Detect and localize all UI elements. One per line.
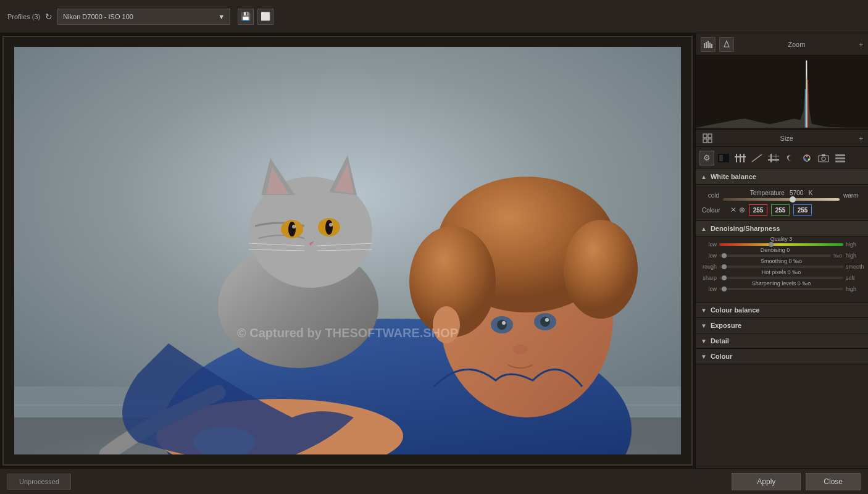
colour-section[interactable]: ▼ Colour	[696, 349, 868, 364]
refresh-icon[interactable]: ↻	[45, 12, 52, 22]
smoothing-slider-thumb[interactable]	[722, 264, 727, 269]
cb-title: Colour balance	[711, 306, 759, 314]
blue-channel-value[interactable]: 255	[793, 204, 812, 216]
size-plus-btn[interactable]: +	[859, 135, 863, 142]
photo-container: © Captured by THESOFTWARE.SHOP	[4, 37, 691, 464]
image-panel: © Captured by THESOFTWARE.SHOP	[2, 36, 693, 466]
warm-label: warm	[843, 192, 862, 199]
close-button[interactable]: Close	[806, 473, 861, 490]
profiles-label: Profiles (3)	[7, 13, 40, 20]
temperature-slider-track[interactable]	[723, 198, 840, 201]
svg-text:© Captured by THESOFTWARE.SHOP: © Captured by THESOFTWARE.SHOP	[237, 326, 458, 340]
denoising-slider-thumb[interactable]	[722, 253, 727, 258]
svg-rect-38	[707, 41, 709, 48]
dn-center-label: Denoising 0	[719, 247, 831, 253]
settings-tool-icon[interactable]: ⚙	[699, 151, 714, 165]
crop-icon[interactable]	[766, 151, 781, 165]
wb-controls: cold Temperature 5700 K war	[696, 185, 868, 221]
grid-icon[interactable]	[701, 132, 714, 145]
size-label: Size	[714, 135, 859, 142]
denoising-slider-track[interactable]	[719, 254, 831, 257]
bottom-bar: Unprocessed Apply Close	[0, 468, 868, 494]
moon-icon[interactable]	[783, 151, 798, 165]
camera-icon[interactable]	[816, 151, 831, 165]
rgb-icon[interactable]	[719, 37, 734, 52]
detail-section[interactable]: ▼ Detail	[696, 333, 868, 349]
curves-icon[interactable]	[749, 151, 764, 165]
bottom-right-buttons: Apply Close	[732, 473, 861, 490]
quality-slider-area: Quality 3	[719, 243, 843, 246]
svg-rect-52	[719, 155, 723, 161]
top-bar: Profiles (3) ↻ Nikon D7000 - ISO 100 ▼ 💾…	[0, 0, 868, 33]
colour-balance-section[interactable]: ▼ Colour balance	[696, 303, 868, 318]
zoom-plus-btn[interactable]: +	[859, 41, 863, 48]
detail-title: Detail	[711, 337, 729, 345]
cb-arrow-icon: ▼	[701, 307, 707, 314]
window-icon-btn[interactable]: ⬜	[257, 9, 273, 25]
eyedropper-icon[interactable]: ✕	[730, 206, 737, 214]
green-channel-value[interactable]: 255	[771, 204, 790, 216]
temperature-slider-thumb[interactable]	[790, 196, 796, 203]
white-balance-section-header[interactable]: ▲ White balance	[696, 169, 868, 185]
svg-rect-37	[706, 42, 707, 48]
histogram-header: Zoom +	[696, 33, 868, 56]
sharp-low-label: low	[702, 286, 717, 292]
dn-section-title: Denoising/Sharpness	[711, 225, 780, 232]
svg-rect-49	[703, 139, 707, 143]
zoom-label: Zoom	[738, 41, 856, 48]
unprocessed-button[interactable]: Unprocessed	[7, 474, 71, 490]
hotpixels-slider-thumb[interactable]	[722, 275, 727, 280]
exp-title: Exposure	[711, 322, 741, 329]
hp-center-label: Hot pixels 0 ‰o	[719, 269, 843, 275]
picker-icon[interactable]: ⊕	[739, 206, 745, 214]
svg-point-27	[292, 225, 296, 228]
quality-slider-track[interactable]	[719, 243, 843, 246]
size-bar: Size +	[696, 130, 868, 147]
svg-rect-70	[835, 161, 845, 162]
wb-section-title: White balance	[711, 173, 756, 180]
svg-rect-55	[740, 154, 741, 162]
black-point-icon[interactable]	[716, 151, 731, 165]
dropdown-arrow-icon: ▼	[218, 13, 225, 20]
denoising-section-header[interactable]: ▲ Denoising/Sharpness	[696, 221, 868, 237]
save-icon: 💾	[241, 12, 251, 21]
colour-text-label: Colour	[702, 207, 727, 214]
color-wheel-icon[interactable]	[799, 151, 814, 165]
hp-soft-label: soft	[846, 275, 862, 281]
waveform-icon[interactable]	[701, 37, 716, 52]
save-icon-btn[interactable]: 💾	[238, 9, 254, 25]
k-unit: K	[809, 190, 813, 196]
svg-rect-60	[768, 156, 779, 157]
smooth-label: smooth	[846, 264, 862, 270]
quality-high-label: high	[846, 241, 862, 248]
svg-rect-56	[743, 154, 745, 162]
svg-point-15	[513, 345, 528, 354]
sharpening-slider-track[interactable]	[719, 288, 843, 290]
dn-low-label: low	[702, 253, 717, 259]
sharpening-slider-thumb[interactable]	[722, 287, 727, 291]
top-bar-icons: 💾 ⬜	[238, 9, 273, 25]
svg-rect-67	[822, 154, 825, 156]
hotpixels-slider-track[interactable]	[719, 277, 843, 279]
levels-icon[interactable]	[733, 151, 748, 165]
exposure-section[interactable]: ▼ Exposure	[696, 318, 868, 333]
smoothing-slider-track[interactable]	[719, 266, 843, 268]
settings-panel[interactable]: ▲ White balance cold Temperature 5700 K	[696, 169, 868, 468]
svg-rect-59	[775, 154, 777, 162]
temp-text-label: Temperature	[750, 190, 785, 196]
smoothing-slider-area: Smoothing 0 ‰o	[719, 266, 843, 268]
quality-slider-thumb[interactable]	[769, 242, 774, 247]
svg-rect-54	[736, 154, 737, 162]
svg-rect-41	[696, 56, 868, 129]
histogram-chart	[696, 56, 868, 129]
red-channel-value[interactable]: 255	[749, 204, 767, 216]
svg-point-11	[502, 321, 506, 325]
profile-dropdown[interactable]: Nikon D7000 - ISO 100 ▼	[57, 9, 230, 25]
svg-rect-58	[768, 159, 779, 161]
sharpening-center-label: Sharpening levels 0 ‰o	[719, 280, 843, 287]
colour-arrow-icon: ▼	[701, 353, 707, 360]
apply-button[interactable]: Apply	[732, 473, 801, 490]
histogram-area	[696, 56, 868, 130]
layers-icon[interactable]	[833, 151, 848, 165]
quality-center-label: Quality 3	[719, 236, 843, 242]
